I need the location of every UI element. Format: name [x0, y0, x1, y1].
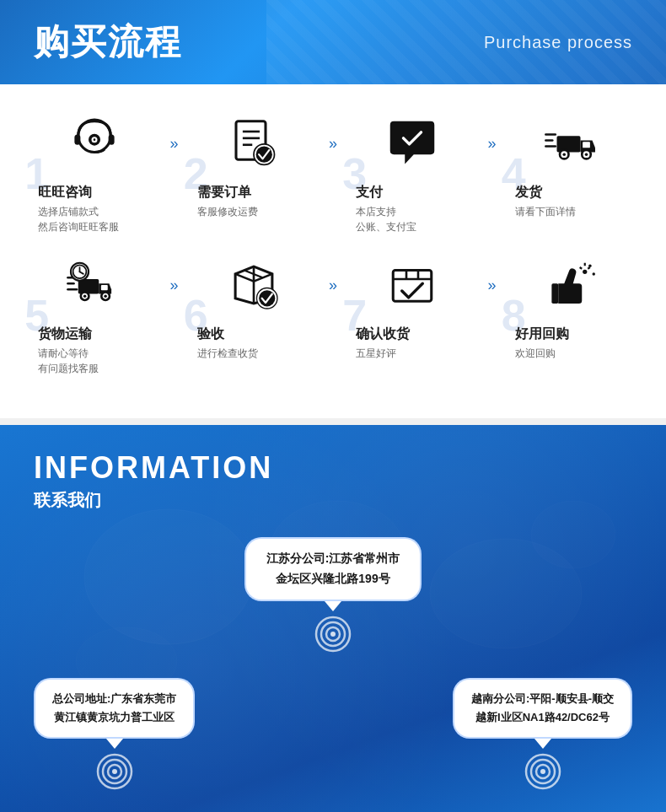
step-5-desc: 请耐心等待有问题找客服: [38, 346, 158, 376]
process-row-2: 5: [25, 251, 641, 376]
arrow-6: »: [487, 277, 496, 294]
bubble-jiangsu: 江苏分公司:江苏省常州市金坛区兴隆北路199号: [244, 537, 422, 601]
svg-rect-15: [556, 136, 580, 152]
process-step-4: 4 发货: [508, 110, 635, 219]
svg-point-27: [83, 294, 87, 298]
header-banner: 购买流程 Purchase process: [0, 0, 666, 84]
process-section: 1 旺旺咨询 选择店铺款式然后咨询旺旺客服 »: [0, 84, 666, 418]
step-8-icon: [538, 251, 605, 319]
step-3-desc: 本店支持公账、支付宝: [356, 204, 475, 234]
step-5-icon: [61, 251, 128, 319]
target-icon-left: [96, 753, 133, 790]
svg-point-18: [562, 153, 566, 156]
page-title-en: Purchase process: [484, 33, 632, 52]
step-4-desc: 请看下面详情: [515, 204, 635, 219]
step-7-icon: [379, 251, 446, 319]
svg-point-42: [592, 272, 595, 276]
process-step-1: 1 旺旺咨询 选择店铺款式然后咨询旺旺客服: [31, 110, 158, 234]
step-2-title: 需要订单: [197, 184, 317, 202]
step-4-title: 发货: [515, 184, 635, 202]
target-icon-center: [314, 616, 352, 653]
process-row-1: 1 旺旺咨询 选择店铺款式然后咨询旺旺客服 »: [25, 110, 641, 234]
svg-point-58: [112, 769, 117, 774]
info-title-en: INFORMATION: [34, 450, 632, 486]
step-7-desc: 五星好评: [356, 346, 475, 361]
process-step-6: 6 验收 进行检查收货: [191, 251, 317, 361]
svg-point-20: [585, 153, 588, 156]
svg-rect-2: [109, 135, 115, 145]
svg-point-40: [583, 270, 587, 274]
step-8-title: 好用回购: [515, 325, 635, 343]
target-icon-right: [524, 753, 561, 790]
section-divider: [0, 418, 666, 425]
step-2-icon: [220, 110, 287, 177]
page-title-zh: 购买流程: [34, 19, 182, 66]
step-3-title: 支付: [356, 184, 475, 202]
svg-point-62: [540, 769, 545, 774]
step-2-desc: 客服修改运费: [197, 204, 317, 219]
step-8-desc: 欢迎回购: [515, 346, 635, 361]
arrow-2: »: [329, 135, 337, 153]
step-5-title: 货物运输: [38, 325, 158, 343]
svg-rect-1: [75, 135, 81, 145]
arrow-1: »: [169, 135, 178, 153]
svg-point-54: [330, 632, 336, 637]
svg-line-45: [588, 267, 590, 269]
svg-point-5: [94, 138, 96, 141]
arrow-5: »: [329, 277, 337, 294]
bubble-vietnam-text: 越南分公司:平阳-顺安县-顺交越新I业区NA1路42/DC62号: [471, 692, 614, 723]
bubble-jiangsu-text: 江苏分公司:江苏省常州市金坛区兴隆北路199号: [266, 551, 400, 585]
bubble-guangdong: 总公司地址:广东省东莞市黄江镇黄京坑力普工业区: [34, 678, 195, 739]
svg-rect-16: [583, 142, 590, 148]
svg-rect-37: [393, 271, 432, 302]
process-step-5: 5: [31, 251, 158, 376]
process-step-8: 8 好用回购 欢迎回购: [508, 251, 635, 361]
step-6-title: 验收: [197, 325, 317, 343]
arrow-4: »: [169, 277, 178, 294]
step-3-icon: [379, 110, 446, 177]
step-4-icon: [538, 110, 605, 177]
info-title-zh: 联系我们: [34, 489, 632, 512]
step-1-title: 旺旺咨询: [38, 184, 158, 202]
step-6-icon: [220, 251, 287, 319]
step-7-title: 确认收货: [356, 325, 475, 343]
bubble-guangdong-text: 总公司地址:广东省东莞市黄江镇黄京坑力普工业区: [52, 692, 176, 723]
process-step-7: 7 确认收货 五星好评: [349, 251, 475, 361]
svg-rect-25: [101, 285, 108, 290]
process-step-2: 2 需要订单 客服修改运费: [191, 110, 317, 219]
arrow-3: »: [487, 135, 496, 153]
svg-point-29: [105, 294, 108, 298]
info-section: INFORMATION 联系我们 江苏分公司:江苏省常州市金坛区兴隆北路199号: [0, 425, 666, 812]
svg-point-41: [588, 265, 592, 268]
step-6-desc: 进行检查收货: [197, 346, 317, 361]
bubble-vietnam: 越南分公司:平阳-顺安县-顺交越新I业区NA1路42/DC62号: [453, 678, 632, 739]
process-step-3: 3 支付 本店支持公账、支付宝: [349, 110, 475, 234]
step-1-icon: [61, 110, 128, 177]
step-1-desc: 选择店铺款式然后咨询旺旺客服: [38, 204, 158, 234]
svg-rect-39: [551, 283, 558, 304]
svg-line-44: [579, 267, 582, 269]
